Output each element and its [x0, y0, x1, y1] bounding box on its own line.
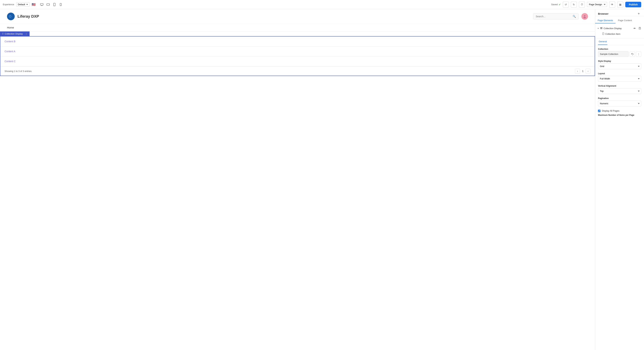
max-items-label: Maximum Number of Items per Page — [598, 114, 641, 116]
experience-select[interactable]: Default — [16, 2, 30, 7]
tree-collection-item-label: Collection Item — [605, 33, 642, 35]
site-logo — [7, 12, 15, 20]
display-all-pages-label: Display All Pages — [602, 110, 619, 112]
collection-display-content: Content B Content A Content C Showing 1 … — [0, 36, 595, 76]
display-all-pages-checkbox[interactable] — [598, 110, 600, 112]
publish-button[interactable]: Publish — [625, 2, 641, 7]
style-display-select[interactable]: Grid Flex Row Flex Column — [598, 63, 641, 69]
site-header: Liferay DXP 🔍 — [0, 9, 595, 24]
next-page-btn[interactable]: › — [586, 69, 590, 74]
pagination-text: Showing 1 to 3 of 3 entries. — [4, 70, 32, 72]
content-item-b-label: Content B — [4, 40, 16, 43]
content-item-c-label: Content C — [4, 60, 16, 63]
style-display-label: Style Display — [598, 60, 641, 62]
svg-point-11 — [10, 16, 11, 17]
panel-add-btn[interactable]: + — [636, 11, 641, 16]
search-box: 🔍 — [533, 13, 578, 19]
device-icons — [39, 2, 64, 7]
collection-display-wrapper: ⠿ Collection Display ⋮ Content B Content… — [0, 31, 595, 76]
canvas: Liferay DXP 🔍 Home ⠿ Collection Display — [0, 9, 595, 350]
content-item-a-label: Content A — [4, 50, 16, 53]
svg-rect-0 — [40, 3, 43, 5]
vertical-alignment-select[interactable]: Top Middle Bottom — [598, 88, 641, 94]
collection-label: Collection — [598, 48, 641, 50]
svg-rect-16 — [600, 29, 602, 29]
pagination-select[interactable]: Numeric Simple None — [598, 101, 641, 106]
file-icon — [602, 32, 604, 35]
pagination-group: Pagination Numeric Simple None — [598, 97, 641, 106]
site-nav: Home — [0, 24, 595, 31]
browser-title: Browser — [598, 12, 608, 15]
user-avatar[interactable] — [581, 13, 588, 20]
right-panel: Browser + Page Elements Page Content ▼ C… — [595, 9, 644, 350]
undo-btn[interactable]: ↺ — [563, 1, 569, 7]
nav-home[interactable]: Home — [7, 26, 14, 29]
saved-text: Saved — [551, 3, 558, 6]
svg-rect-15 — [600, 28, 602, 28]
tree-collection-display-label: Collection Display — [604, 27, 632, 30]
tree-collection-display-hide-btn[interactable] — [632, 26, 637, 30]
grid-btn[interactable]: ▦ — [617, 1, 623, 7]
display-all-pages-row: Display All Pages — [598, 110, 641, 112]
tab-page-content[interactable]: Page Content — [616, 18, 634, 23]
saved-check-icon: ✔ — [558, 3, 561, 6]
settings-body: Collection Sample Collection ⋮ Style Dis… — [595, 45, 644, 120]
style-display-group: Style Display Grid Flex Row Flex Column — [598, 60, 641, 69]
pagination-label: Pagination — [598, 97, 641, 100]
svg-point-6 — [54, 5, 54, 6]
flag-icon: 🇺🇸 — [32, 2, 36, 6]
vertical-alignment-group: Vertical Alignment Top Middle Bottom — [598, 85, 641, 94]
list-icon — [600, 27, 602, 30]
tree-item-collection-display[interactable]: ▼ Collection Display — [595, 25, 644, 31]
collection-refresh-btn[interactable] — [630, 51, 635, 57]
main-layout: Liferay DXP 🔍 Home ⠿ Collection Display — [0, 9, 644, 350]
collection-row: Sample Collection ⋮ — [598, 51, 641, 57]
settings-tabs: General — [595, 38, 644, 45]
tablet-portrait-btn[interactable] — [52, 2, 57, 7]
tree-section: ▼ Collection Display Collection Item — [595, 23, 644, 38]
layout-select[interactable]: Full Width Fixed Width — [598, 76, 641, 82]
svg-point-12 — [584, 15, 586, 16]
search-icon: 🔍 — [572, 15, 576, 18]
list-item: Content A — [0, 46, 595, 56]
collection-display-bar-label: Collection Display — [5, 32, 23, 35]
site-name: Liferay DXP — [18, 14, 39, 19]
svg-point-13 — [584, 17, 586, 18]
tab-general[interactable]: General — [598, 38, 608, 45]
saved-indicator: Saved ✔ — [551, 3, 561, 6]
search-input[interactable] — [536, 15, 571, 18]
collection-value: Sample Collection — [598, 51, 628, 57]
drag-icon: ⠿ — [2, 33, 4, 35]
tablet-landscape-btn[interactable] — [45, 2, 51, 7]
collection-display-bar: ⠿ Collection Display ⋮ — [0, 31, 30, 36]
prev-page-btn[interactable]: ‹ — [575, 69, 580, 74]
svg-rect-18 — [639, 28, 641, 29]
panel-header: Browser + — [595, 9, 644, 16]
page-area: Liferay DXP 🔍 Home ⠿ Collection Display — [0, 9, 595, 350]
collection-group: Collection Sample Collection ⋮ — [598, 48, 641, 57]
tree-collection-display-delete-btn[interactable] — [638, 26, 642, 30]
desktop-device-btn[interactable] — [39, 2, 44, 7]
layout-label: Layout — [598, 72, 641, 75]
pagination-row: Showing 1 to 3 of 3 entries. ‹ 1 › — [0, 66, 595, 76]
experience-label: Experience — [3, 3, 14, 6]
list-item: Content B — [0, 36, 595, 46]
mobile-btn[interactable] — [58, 2, 64, 7]
svg-point-17 — [634, 28, 635, 29]
history-btn[interactable]: ⏱ — [579, 1, 585, 7]
collection-more-btn[interactable]: ⋮ — [636, 51, 641, 57]
svg-rect-14 — [600, 27, 602, 28]
page-number: 1 — [582, 70, 584, 72]
list-item: Content C — [0, 56, 595, 66]
top-toolbar: Experience Default 🇺🇸 Saved ✔ ↺ ↻ ⏱ Page… — [0, 0, 644, 9]
tab-page-elements[interactable]: Page Elements — [595, 18, 616, 23]
tree-toggle-icon: ▼ — [597, 27, 599, 29]
layout-group: Layout Full Width Fixed Width — [598, 72, 641, 82]
redo-btn[interactable]: ↻ — [571, 1, 577, 7]
tree-item-collection-item[interactable]: Collection Item — [595, 31, 644, 36]
page-design-select[interactable]: Page Design — [587, 2, 607, 7]
collection-display-more-icon[interactable]: ⋮ — [25, 32, 28, 35]
settings-section: General Collection Sample Collection ⋮ S… — [595, 38, 644, 350]
vertical-alignment-label: Vertical Alignment — [598, 85, 641, 87]
preview-btn[interactable]: 👁 — [609, 1, 615, 7]
